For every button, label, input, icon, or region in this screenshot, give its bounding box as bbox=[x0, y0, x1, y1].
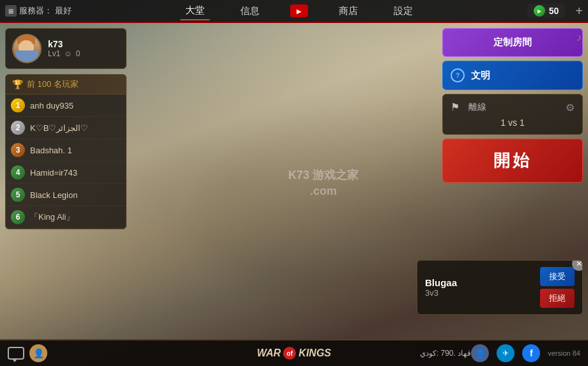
avatar-figure bbox=[15, 35, 38, 62]
ranking-item-4[interactable]: 4 Hamid=ir743 bbox=[6, 162, 126, 184]
server-selector[interactable]: ⊞ 服務器： 最好 bbox=[5, 5, 72, 17]
avatar-body bbox=[15, 50, 38, 62]
server-label: 服務器： bbox=[19, 5, 52, 17]
profile-card[interactable]: k73 Lv1 ☺ 0 bbox=[5, 28, 127, 69]
offline-section: ⚑ 離線 ⚙ 1 vs 1 bbox=[442, 94, 583, 135]
avatar bbox=[12, 34, 42, 63]
rank-name-1: anh duy935 bbox=[30, 101, 121, 111]
server-icon: ⊞ bbox=[5, 5, 17, 17]
topbar: ⊞ 服務器： 最好 大堂 信息 商店 設定 50 + bbox=[0, 0, 588, 23]
game-logo: WAR of KINGS bbox=[257, 347, 331, 360]
challenge-mode: 3v3 bbox=[425, 288, 534, 298]
tab-settings[interactable]: 設定 bbox=[389, 3, 418, 20]
facebook-icon[interactable]: f bbox=[522, 344, 540, 362]
ranking-item-5[interactable]: 5 Black Legion bbox=[6, 184, 126, 206]
right-panel: 定制房間 ? 文明 ⚑ 離線 ⚙ 1 vs 1 開始 bbox=[442, 28, 583, 183]
rank-name-2: K♡B♡الجزائر♡ bbox=[30, 123, 121, 133]
ranking-item-3[interactable]: 3 Badshah. 1 bbox=[6, 139, 126, 162]
chat-icon[interactable] bbox=[8, 347, 24, 360]
music-icon[interactable]: ♪ bbox=[570, 28, 588, 47]
ranking-header: 前 100 名玩家 bbox=[6, 75, 126, 95]
offline-header: ⚑ 離線 ⚙ bbox=[451, 101, 575, 114]
challenge-buttons: 接受 拒絕 bbox=[540, 267, 575, 308]
bottombar: 👤 قهاد .790 :كودي WAR of KINGS 👤 ✈ f ver… bbox=[0, 339, 588, 366]
rank-badge-6: 6 bbox=[11, 210, 25, 224]
offline-left: ⚑ 離線 bbox=[451, 101, 486, 114]
vs-mode-text: 1 vs 1 bbox=[451, 118, 575, 128]
tab-lobby[interactable]: 大堂 bbox=[180, 2, 210, 20]
profile-level: Lv1 ☺ 0 bbox=[48, 49, 120, 58]
level-text: Lv1 bbox=[48, 49, 60, 58]
rank-badge-2: 2 bbox=[11, 121, 25, 135]
rank-badge-3: 3 bbox=[11, 143, 25, 157]
start-button[interactable]: 開始 bbox=[442, 139, 583, 183]
profile-name: k73 bbox=[48, 39, 120, 49]
rank-name-6: 「King Ali」 bbox=[30, 211, 121, 223]
coins-display[interactable]: 50 bbox=[527, 4, 566, 18]
avatar-inner bbox=[13, 35, 40, 62]
challenge-info: Blugaa 3v3 bbox=[425, 277, 534, 298]
chat-user-name: قهاد bbox=[458, 349, 471, 358]
rank-badge-4: 4 bbox=[11, 165, 25, 179]
logo-war: WAR bbox=[257, 347, 281, 359]
tab-info[interactable]: 信息 bbox=[235, 3, 265, 20]
server-value: 最好 bbox=[55, 5, 72, 17]
rank-name-4: Hamid=ir743 bbox=[30, 168, 121, 178]
offline-icon: ⚑ bbox=[451, 101, 463, 114]
youtube-button[interactable] bbox=[290, 4, 308, 17]
chat-user-avatar[interactable]: 👤 bbox=[29, 344, 47, 362]
accept-button[interactable]: 接受 bbox=[540, 267, 575, 286]
offline-text: 離線 bbox=[468, 102, 486, 113]
gem-icon bbox=[534, 5, 545, 17]
challenge-popup: ✕ Blugaa 3v3 接受 拒絕 bbox=[417, 260, 583, 315]
rank-badge-1: 1 bbox=[11, 98, 25, 112]
add-coins-button[interactable]: + bbox=[575, 4, 583, 19]
ranking-title: 前 100 名玩家 bbox=[27, 79, 79, 90]
score-text: 0 bbox=[76, 49, 81, 58]
logo-of: of bbox=[283, 347, 296, 360]
coin-count: 50 bbox=[549, 6, 559, 16]
logo-kings: KINGS bbox=[298, 347, 331, 359]
ranking-item-1[interactable]: 1 anh duy935 bbox=[6, 95, 126, 117]
nav-right: 50 + bbox=[527, 4, 583, 19]
nav-tabs: 大堂 信息 商店 設定 bbox=[84, 2, 514, 20]
logo-of-text: of bbox=[287, 350, 293, 357]
reject-button[interactable]: 拒絕 bbox=[540, 289, 575, 308]
smiley-icon: ☺ bbox=[64, 49, 72, 58]
chat-text-content: .790 :كودي bbox=[420, 349, 456, 358]
ranking-item-6[interactable]: 6 「King Ali」 bbox=[6, 206, 126, 229]
bottom-right-icons: 👤 ✈ f version 84 bbox=[471, 344, 580, 362]
gear-icon[interactable]: ⚙ bbox=[566, 102, 575, 114]
rank-badge-5: 5 bbox=[11, 188, 25, 202]
challenge-body: Blugaa 3v3 接受 拒絕 bbox=[417, 261, 582, 314]
civilization-button[interactable]: ? 文明 bbox=[442, 61, 583, 90]
custom-room-button[interactable]: 定制房間 bbox=[442, 28, 583, 57]
ranking-section: 前 100 名玩家 1 anh duy935 2 K♡B♡الجزائر♡ 3 … bbox=[5, 74, 127, 229]
rank-name-3: Badshah. 1 bbox=[30, 146, 121, 155]
ranking-item-2[interactable]: 2 K♡B♡الجزائر♡ bbox=[6, 117, 126, 139]
telegram-icon[interactable]: ✈ bbox=[497, 344, 514, 362]
version-label: version 84 bbox=[548, 349, 580, 357]
civilization-icon: ? bbox=[451, 68, 465, 82]
civilization-label: 文明 bbox=[471, 70, 490, 82]
profile-icon[interactable]: 👤 bbox=[471, 344, 489, 362]
tab-shop[interactable]: 商店 bbox=[334, 3, 363, 20]
left-panel: k73 Lv1 ☺ 0 前 100 名玩家 1 anh duy935 2 K♡B… bbox=[5, 28, 127, 229]
rank-name-5: Black Legion bbox=[30, 190, 121, 200]
profile-info: k73 Lv1 ☺ 0 bbox=[48, 39, 120, 58]
challenger-name: Blugaa bbox=[425, 277, 534, 288]
